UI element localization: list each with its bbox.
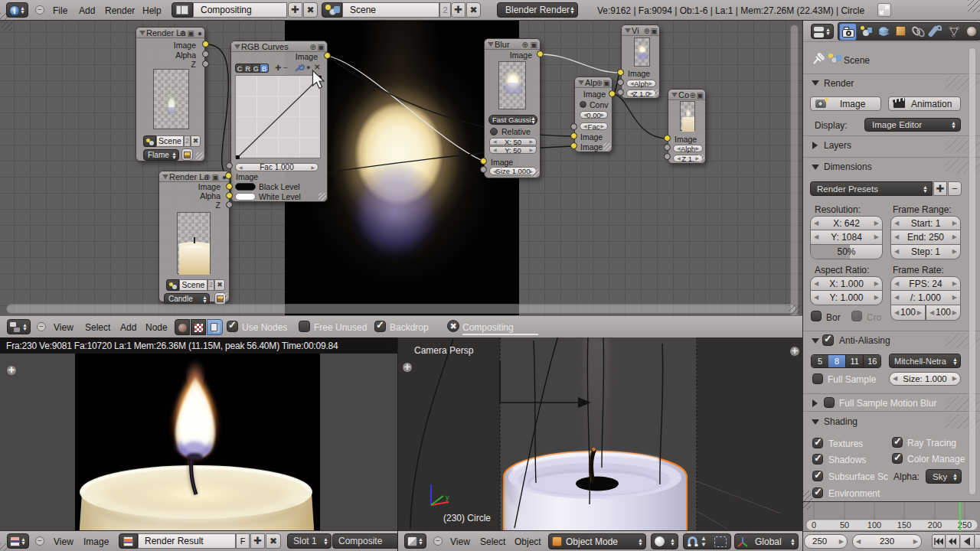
svg-text:150: 150 — [897, 520, 911, 530]
svg-text:100: 100 — [867, 520, 881, 530]
svg-text:50: 50 — [840, 520, 849, 530]
svg-text:200: 200 — [928, 520, 942, 530]
svg-text:y: y — [446, 494, 449, 501]
svg-text:0: 0 — [812, 520, 816, 530]
